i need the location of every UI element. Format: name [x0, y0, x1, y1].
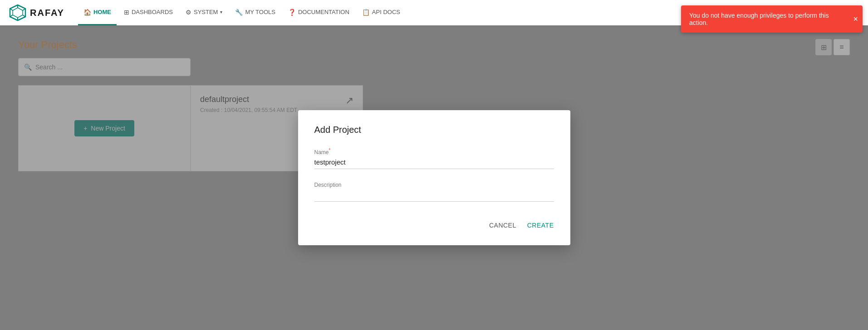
svg-marker-1: [13, 8, 23, 18]
modal-title: Add Project: [314, 125, 554, 135]
nav-item-mytools-label: MY TOOLS: [245, 9, 275, 15]
description-input[interactable]: [314, 189, 554, 202]
nav-item-home-label: HOME: [93, 9, 111, 15]
nav-item-dashboards[interactable]: ⊞ DASHBOARDS: [118, 0, 178, 25]
nav-items: 🏠 HOME ⊞ DASHBOARDS ⚙ SYSTEM ▾ 🔧 MY TOOL…: [78, 0, 780, 25]
nav-item-dashboards-label: DASHBOARDS: [132, 9, 173, 15]
modal-actions: CANCEL CREATE: [314, 214, 554, 233]
cancel-button[interactable]: CANCEL: [489, 218, 516, 233]
alert-banner: You do not have enough privileges to per…: [681, 5, 863, 33]
name-label: Name*: [314, 148, 554, 155]
page-background: Your Projects 🔍 ⊞ ≡ + New Project defaul…: [0, 25, 868, 330]
nav-item-system-label: SYSTEM: [194, 9, 218, 15]
nav-item-home[interactable]: 🏠 HOME: [78, 0, 117, 25]
nav-item-documentation-label: DOCUMENTATION: [298, 9, 349, 15]
dashboards-icon: ⊞: [124, 9, 129, 16]
name-input[interactable]: [314, 156, 554, 169]
home-icon: 🏠: [83, 9, 91, 16]
nav-item-documentation[interactable]: ❓ DOCUMENTATION: [283, 0, 355, 25]
description-label: Description: [314, 182, 554, 188]
nav-item-apidocs-label: API DOCS: [372, 9, 400, 15]
system-dropdown-icon: ▾: [220, 10, 222, 15]
add-project-modal: Add Project Name* Description CANCEL CRE…: [298, 110, 570, 245]
alert-close-button[interactable]: ×: [853, 15, 858, 23]
logo-text: RAFAY: [30, 8, 64, 18]
nav-item-system[interactable]: ⚙ SYSTEM ▾: [180, 0, 228, 25]
description-field: Description: [314, 182, 554, 202]
create-button[interactable]: CREATE: [527, 218, 554, 233]
documentation-icon: ❓: [288, 9, 296, 16]
apidocs-icon: 📋: [362, 9, 370, 16]
nav-logo[interactable]: RAFAY: [9, 4, 64, 21]
alert-message: You do not have enough privileges to per…: [689, 12, 844, 26]
name-field: Name*: [314, 148, 554, 169]
system-icon: ⚙: [186, 9, 191, 16]
rafay-logo-icon: [9, 4, 26, 21]
nav-item-mytools[interactable]: 🔧 MY TOOLS: [230, 0, 280, 25]
nav-item-apidocs[interactable]: 📋 API DOCS: [357, 0, 406, 25]
modal-wrapper: Add Project Name* Description CANCEL CRE…: [298, 110, 570, 245]
mytools-icon: 🔧: [235, 9, 243, 16]
